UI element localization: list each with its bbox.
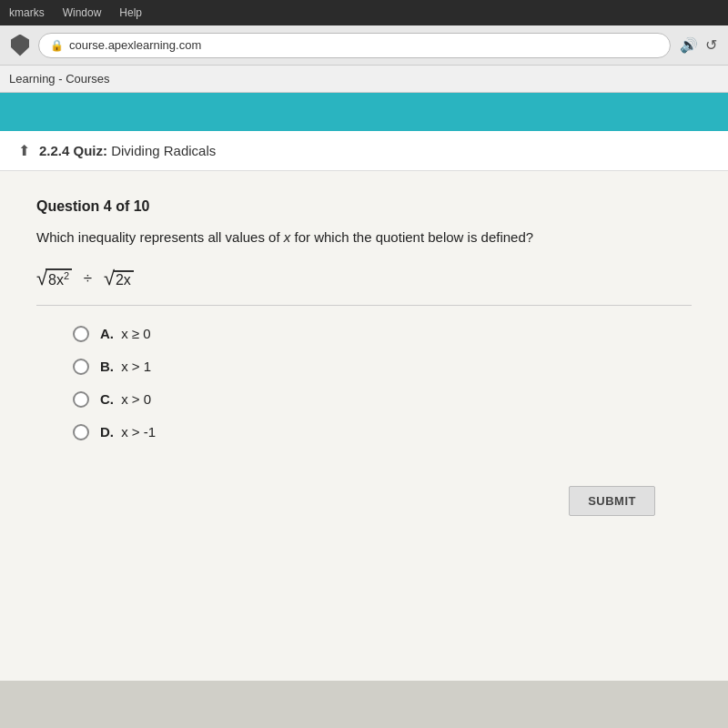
lock-icon: 🔒	[50, 39, 64, 52]
divider	[36, 305, 692, 306]
menu-help[interactable]: Help	[119, 6, 142, 19]
divide-symbol: ÷	[79, 269, 96, 288]
refresh-icon[interactable]: ↺	[705, 36, 717, 54]
radical-right: √ 2x	[104, 268, 134, 288]
radical-left: √ 8x2	[36, 268, 72, 288]
radio-b[interactable]	[73, 359, 89, 375]
browser-chrome: 🔒 course.apexlearning.com 🔊 ↺	[0, 25, 728, 66]
option-d[interactable]: D. x > -1	[73, 424, 692, 440]
quiz-section: 2.2.4 Quiz: Dividing Radicals	[39, 143, 216, 158]
option-d-text: D. x > -1	[100, 424, 156, 440]
sound-icon[interactable]: 🔊	[680, 36, 698, 54]
top-menu-bar: kmarks Window Help	[0, 0, 728, 25]
browser-controls: 🔊 ↺	[680, 36, 717, 54]
option-a[interactable]: A. x ≥ 0	[73, 326, 692, 342]
menu-window[interactable]: Window	[63, 6, 102, 19]
radio-d[interactable]	[73, 424, 89, 440]
submit-button[interactable]: SUBMIT	[569, 486, 655, 516]
main-content: Question 4 of 10 Which inequality repres…	[0, 171, 728, 681]
teal-banner	[0, 93, 728, 131]
option-b-text: B. x > 1	[100, 359, 151, 374]
question-number: Question 4 of 10	[36, 198, 692, 215]
radio-a[interactable]	[73, 326, 89, 342]
option-b[interactable]: B. x > 1	[73, 359, 692, 375]
browser-shield-icon	[11, 35, 29, 56]
math-expression: √ 8x2 ÷ √ 2x	[36, 268, 692, 288]
quiz-header: ⬆ 2.2.4 Quiz: Dividing Radicals	[0, 131, 728, 171]
url-text: course.apexlearning.com	[69, 38, 201, 52]
tab-bar: Learning - Courses	[0, 66, 728, 93]
submit-area: SUBMIT	[36, 468, 692, 516]
menu-bookmarks[interactable]: kmarks	[9, 6, 45, 19]
answer-options: A. x ≥ 0 B. x > 1 C. x > 0 D. x > -1	[36, 326, 692, 440]
option-c[interactable]: C. x > 0	[73, 391, 692, 408]
radio-c[interactable]	[73, 391, 89, 408]
question-text: Which inequality represents all values o…	[36, 228, 692, 248]
option-c-text: C. x > 0	[100, 391, 151, 407]
back-icon[interactable]: ⬆	[18, 142, 30, 159]
address-bar[interactable]: 🔒 course.apexlearning.com	[38, 33, 671, 58]
tab-label[interactable]: Learning - Courses	[9, 72, 110, 86]
option-a-text: A. x ≥ 0	[100, 326, 151, 341]
